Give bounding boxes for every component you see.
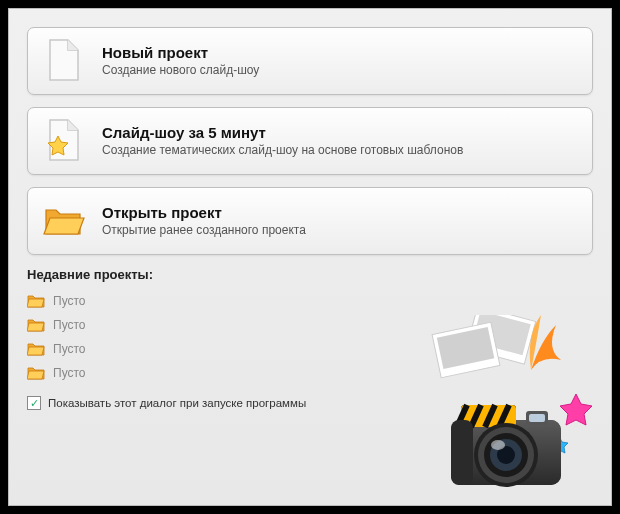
option-desc: Создание тематических слайд-шоу на основ… xyxy=(102,143,578,157)
svg-rect-14 xyxy=(529,414,545,422)
recent-item[interactable]: Пусто xyxy=(27,340,593,358)
mini-folder-icon xyxy=(27,340,45,358)
quick-slideshow-card[interactable]: Слайд-шоу за 5 минут Создание тематическ… xyxy=(27,107,593,175)
recent-item-label: Пусто xyxy=(53,318,86,332)
mini-folder-icon xyxy=(27,316,45,334)
folder-icon xyxy=(42,198,86,242)
new-project-card[interactable]: Новый проект Создание нового слайд-шоу xyxy=(27,27,593,95)
option-title: Слайд-шоу за 5 минут xyxy=(102,124,578,141)
svg-rect-13 xyxy=(526,411,548,425)
option-desc: Открытие ранее созданного проекта xyxy=(102,223,578,237)
recent-item-label: Пусто xyxy=(53,366,86,380)
dialog-outer: Новый проект Создание нового слайд-шоу С… xyxy=(0,0,620,514)
recent-item-label: Пусто xyxy=(53,342,86,356)
svg-rect-4 xyxy=(451,420,561,485)
recent-item-label: Пусто xyxy=(53,294,86,308)
svg-point-20 xyxy=(491,440,505,450)
show-dialog-checkbox-row[interactable]: ✓ Показывать этот диалог при запуске про… xyxy=(27,396,593,410)
mini-folder-icon xyxy=(27,364,45,382)
checkbox-label: Показывать этот диалог при запуске прогр… xyxy=(48,397,306,409)
recent-projects-list: Пусто Пусто Пусто Пусто xyxy=(27,292,593,382)
document-icon xyxy=(42,38,86,82)
option-texts: Новый проект Создание нового слайд-шоу xyxy=(102,44,578,77)
dialog-panel: Новый проект Создание нового слайд-шоу С… xyxy=(8,8,612,506)
option-texts: Открыть проект Открытие ранее созданного… xyxy=(102,204,578,237)
svg-rect-5 xyxy=(451,420,561,485)
star-document-icon xyxy=(42,118,86,162)
svg-point-15 xyxy=(474,423,538,487)
open-project-card[interactable]: Открыть проект Открытие ранее созданного… xyxy=(27,187,593,255)
option-title: Новый проект xyxy=(102,44,578,61)
recent-item[interactable]: Пусто xyxy=(27,364,593,382)
recent-projects-header: Недавние проекты: xyxy=(27,267,593,282)
checkbox-icon[interactable]: ✓ xyxy=(27,396,41,410)
svg-point-19 xyxy=(497,446,515,464)
mini-folder-icon xyxy=(27,292,45,310)
svg-point-18 xyxy=(490,439,522,471)
option-desc: Создание нового слайд-шоу xyxy=(102,63,578,77)
svg-point-16 xyxy=(478,427,534,483)
option-title: Открыть проект xyxy=(102,204,578,221)
svg-rect-21 xyxy=(451,420,473,485)
svg-point-17 xyxy=(484,433,528,477)
recent-item[interactable]: Пусто xyxy=(27,316,593,334)
option-texts: Слайд-шоу за 5 минут Создание тематическ… xyxy=(102,124,578,157)
recent-item[interactable]: Пусто xyxy=(27,292,593,310)
